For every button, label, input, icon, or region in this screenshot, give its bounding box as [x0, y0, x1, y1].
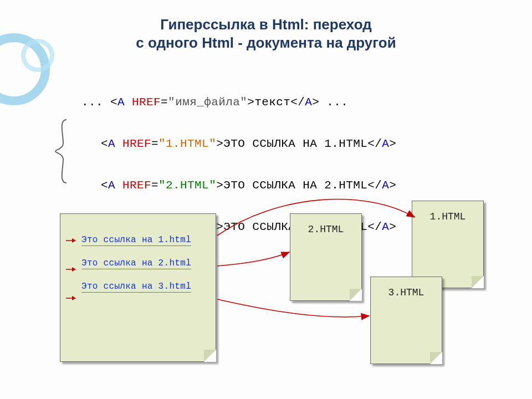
- ellipsis-prefix: ...: [81, 96, 103, 109]
- tag-a-close: A: [305, 96, 312, 109]
- href-keyword: HREF: [132, 96, 161, 109]
- ellipsis-suffix: ...: [326, 96, 348, 109]
- link-text-placeholder: текст: [254, 96, 290, 109]
- doc-label-1: 1.HTML: [412, 211, 483, 222]
- svg-marker-3: [72, 267, 76, 272]
- link-2[interactable]: Это ссылка на 2.html: [81, 258, 191, 269]
- page-title: Гиперссылка в Html: переход с одного Htm…: [0, 16, 532, 52]
- example-row-1: <A HREF="1.HTML">Это ссылка на 1.HTML</A…: [72, 125, 396, 163]
- syntax-line: ... <A HREF="имя_файла">текст</A> ...: [53, 83, 348, 124]
- href-placeholder: имя_файла: [175, 96, 240, 109]
- doc-label-3: 3.HTML: [371, 287, 442, 298]
- svg-marker-5: [72, 296, 76, 300]
- source-document: Это ссылка на 1.html Это ссылка на 2.htm…: [60, 213, 216, 362]
- svg-marker-1: [72, 238, 76, 243]
- title-line-1: Гиперссылка в Html: переход: [0, 16, 532, 34]
- example-row-2: <A HREF="2.HTML">Это ссылка на 2.HTML</A…: [72, 166, 396, 204]
- target-doc-2: 2.HTML: [290, 213, 362, 301]
- tag-a-open: A: [117, 96, 125, 109]
- link-3[interactable]: Это ссылка на 3.html: [81, 282, 191, 293]
- doc-label-2: 2.HTML: [290, 224, 361, 235]
- link-1[interactable]: Это ссылка на 1.html: [81, 235, 191, 246]
- title-line-2: с одного Html - документа на другой: [0, 34, 532, 52]
- target-doc-3: 3.HTML: [370, 277, 442, 364]
- curly-brace-icon: [53, 119, 71, 184]
- target-doc-1: 1.HTML: [412, 201, 484, 288]
